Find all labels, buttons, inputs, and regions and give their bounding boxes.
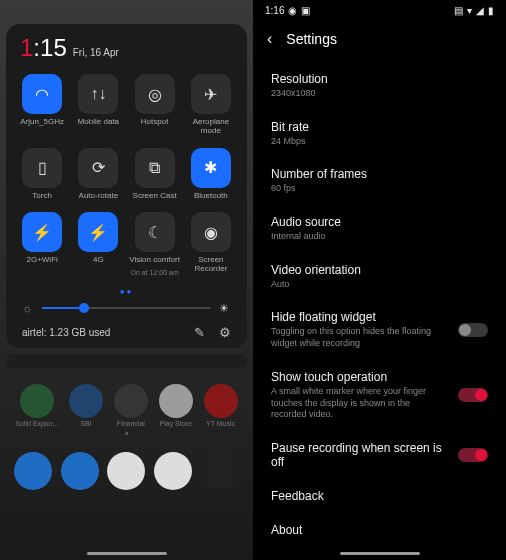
airplane-icon: ✈ <box>191 74 231 114</box>
app-label: YT Music <box>206 420 235 427</box>
nav-pill[interactable] <box>340 552 420 555</box>
home-app[interactable]: SBI <box>69 384 103 427</box>
qs-tile-label: Vision comfort <box>129 256 180 265</box>
app-icon <box>69 384 103 418</box>
setting-row[interactable]: Audio sourceInternal audio <box>253 205 506 253</box>
qs-tile-screencast[interactable]: ⧉Screen Cast <box>127 146 183 207</box>
home-app[interactable]: Play Store <box>159 384 193 427</box>
cast-status-icon: ▣ <box>301 5 310 16</box>
shade-clock: 1:15 <box>20 34 67 62</box>
dock-app-messages[interactable] <box>61 452 99 490</box>
toggle-switch[interactable] <box>458 388 488 402</box>
setting-row[interactable]: Resolution2340x1080 <box>253 62 506 110</box>
setting-value: 60 fps <box>271 183 488 195</box>
app-label: SBI <box>80 420 91 427</box>
setting-title: Audio source <box>271 215 488 229</box>
qs-tile-airplane[interactable]: ✈Aeroplane mode <box>183 72 239 142</box>
qs-tile-label: Auto-rotate <box>79 192 119 201</box>
notification-card-collapsed[interactable] <box>6 354 247 368</box>
app-icon <box>159 384 193 418</box>
wifi-status-icon: ▾ <box>467 5 472 16</box>
signal-icon: ◢ <box>476 5 484 16</box>
autorotate-icon: ⟳ <box>78 148 118 188</box>
back-button[interactable]: ‹ <box>267 30 272 48</box>
setting-value: 24 Mbps <box>271 136 488 148</box>
qs-tile-label: Aeroplane mode <box>185 118 237 136</box>
qs-tile-bluetooth[interactable]: ✱Bluetooth <box>183 146 239 207</box>
home-app[interactable]: Solid Explor... <box>15 384 58 427</box>
setting-row[interactable]: Number of frames60 fps <box>253 157 506 205</box>
4g-icon: ⚡ <box>78 212 118 252</box>
setting-title: Pause recording when screen is off <box>271 441 448 469</box>
setting-row[interactable]: Feedback <box>253 479 506 513</box>
home-app[interactable]: Financial <box>114 384 148 427</box>
qs-tile-hotspot[interactable]: ◎Hotspot <box>127 72 183 142</box>
setting-title: About <box>271 523 488 537</box>
setting-row[interactable]: About <box>253 513 506 547</box>
2g-wifi-icon: ⚡ <box>22 212 62 252</box>
setting-title: Video orientation <box>271 263 488 277</box>
data-usage-text[interactable]: airtel: 1.23 GB used <box>22 327 110 338</box>
battery-status-icon: ▮ <box>488 5 494 16</box>
mobiledata-icon: ↑↓ <box>78 74 118 114</box>
status-time: 1:16 <box>265 5 284 16</box>
edit-icon[interactable]: ✎ <box>194 325 205 340</box>
setting-row[interactable]: Video orientationAuto <box>253 253 506 301</box>
dock-app-chrome[interactable] <box>154 452 192 490</box>
qs-tile-screenrecorder[interactable]: ◉Screen Recorder <box>183 210 239 282</box>
page-indicator: ●● <box>14 283 239 302</box>
torch-icon: ▯ <box>22 148 62 188</box>
brightness-high-icon: ☀ <box>219 302 231 315</box>
setting-row[interactable]: Pause recording when screen is off <box>253 431 506 479</box>
app-label: Play Store <box>160 420 192 427</box>
wifi-icon: ◠ <box>22 74 62 114</box>
qs-tile-autorotate[interactable]: ⟳Auto-rotate <box>70 146 126 207</box>
setting-title: Feedback <box>271 489 488 503</box>
qs-tile-4g[interactable]: ⚡4G <box>70 210 126 282</box>
qs-tile-label: Arjun_5GHz <box>20 118 64 127</box>
qs-tile-label: 4G <box>93 256 104 265</box>
qs-tile-label: Hotspot <box>141 118 169 127</box>
setting-row[interactable]: Bit rate24 Mbps <box>253 110 506 158</box>
setting-title: Hide floating widget <box>271 310 448 324</box>
setting-title: Show touch operation <box>271 370 448 384</box>
qs-tile-label: 2G+WiFi <box>26 256 57 265</box>
qs-tile-torch[interactable]: ▯Torch <box>14 146 70 207</box>
setting-row[interactable]: Hide floating widgetToggling on this opt… <box>253 300 506 359</box>
qs-tile-visioncomfort[interactable]: ☾Vision comfortOn at 12:00 am <box>127 210 183 282</box>
bluetooth-icon: ✱ <box>191 148 231 188</box>
setting-title: Bit rate <box>271 120 488 134</box>
app-icon <box>20 384 54 418</box>
qs-tile-label: Mobile data <box>78 118 119 127</box>
setting-value: 2340x1080 <box>271 88 488 100</box>
nav-pill[interactable] <box>87 552 167 555</box>
qs-tile-label: Torch <box>32 192 52 201</box>
dock-app-phone[interactable] <box>14 452 52 490</box>
setting-value: Auto <box>271 279 488 291</box>
toggle-switch[interactable] <box>458 448 488 462</box>
app-label: Solid Explor... <box>15 420 58 427</box>
page-title: Settings <box>286 31 337 47</box>
app-label: Financial <box>117 420 145 427</box>
brightness-slider[interactable]: ☼ ☀ <box>14 302 239 323</box>
setting-row[interactable]: Show touch operationA small white marker… <box>253 360 506 431</box>
qs-tile-label: Screen Cast <box>133 192 177 201</box>
qs-tile-wifi[interactable]: ◠Arjun_5GHz <box>14 72 70 142</box>
quick-settings-panel: 1:15 Fri, 16 Apr ◠Arjun_5GHz↑↓Mobile dat… <box>6 24 247 348</box>
setting-value: Internal audio <box>271 231 488 243</box>
setting-title: Number of frames <box>271 167 488 181</box>
home-app[interactable]: YT Music <box>204 384 238 427</box>
dock-app-camera[interactable] <box>201 452 239 490</box>
app-icon <box>204 384 238 418</box>
qs-tile-label: Bluetooth <box>194 192 228 201</box>
app-drawer-handle[interactable]: ˄ <box>0 429 253 446</box>
toggle-switch[interactable] <box>458 323 488 337</box>
qs-tile-sublabel: On at 12:00 am <box>130 269 178 277</box>
qs-tile-2g-wifi[interactable]: ⚡2G+WiFi <box>14 210 70 282</box>
dock-app-gmail[interactable] <box>107 452 145 490</box>
screencast-icon: ⧉ <box>135 148 175 188</box>
qs-tile-mobiledata[interactable]: ↑↓Mobile data <box>70 72 126 142</box>
recording-icon: ◉ <box>288 5 297 16</box>
gear-icon[interactable]: ⚙ <box>219 325 231 340</box>
app-icon <box>114 384 148 418</box>
